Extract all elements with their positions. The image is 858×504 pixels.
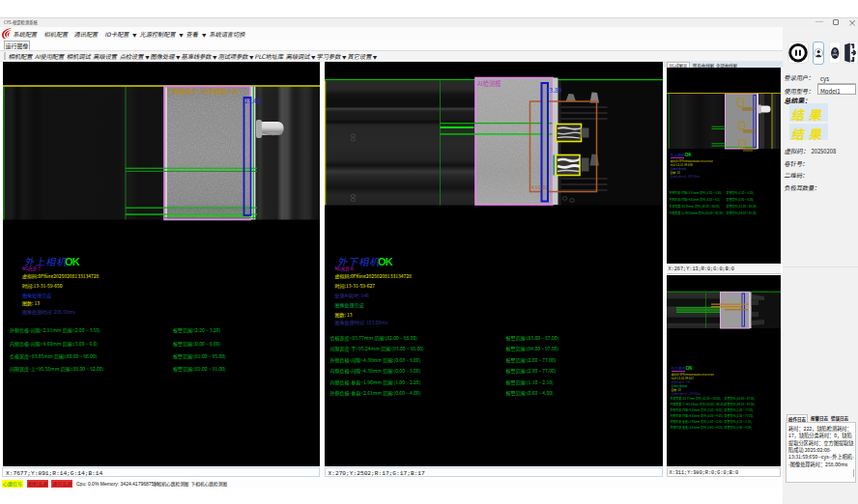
svg-text:23.89: 23.89 — [546, 84, 562, 94]
svg-text:下面阈值:93, 动态阈值:100: 下面阈值:93, 动态阈值:100 — [167, 86, 240, 95]
svg-text:23.48: 23.48 — [244, 95, 261, 104]
svg-text:4.5 0.00: 4.5 0.00 — [531, 184, 547, 190]
svg-text:AI检测框: AI检测框 — [477, 78, 501, 87]
